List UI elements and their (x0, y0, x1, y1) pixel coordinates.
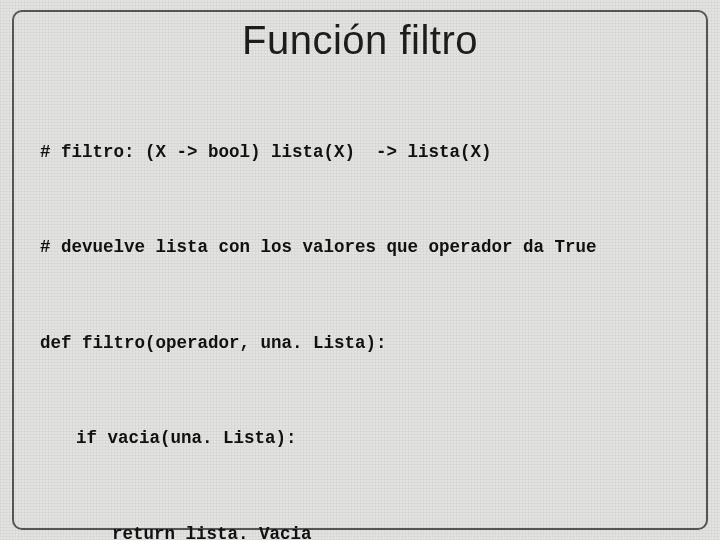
slide-title: Función filtro (40, 18, 680, 63)
code-block: # filtro: (X -> bool) lista(X) -> lista(… (40, 73, 680, 540)
slide-frame: Función filtro # filtro: (X -> bool) lis… (12, 10, 708, 530)
code-line: if vacia(una. Lista): (40, 423, 680, 455)
code-line: def filtro(operador, una. Lista): (40, 328, 680, 360)
code-line: return lista. Vacia (40, 519, 680, 540)
code-line: # devuelve lista con los valores que ope… (40, 232, 680, 264)
code-line: # filtro: (X -> bool) lista(X) -> lista(… (40, 137, 680, 169)
